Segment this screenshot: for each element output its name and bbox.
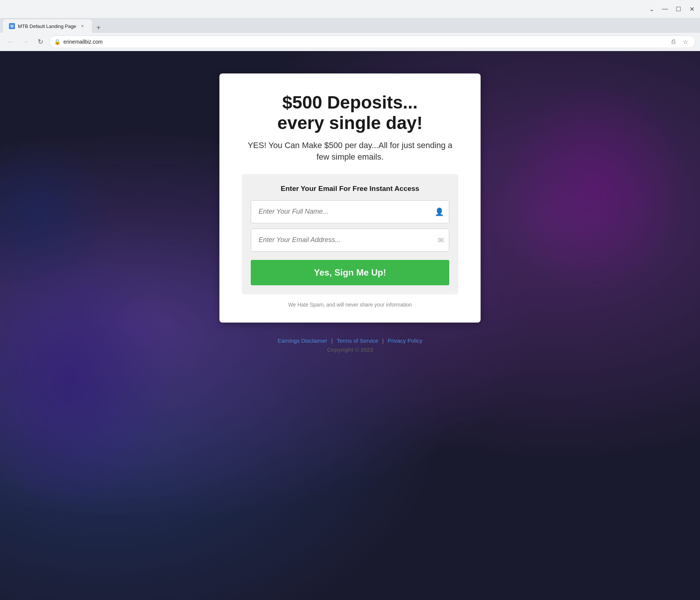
privacy-policy-link[interactable]: Privacy Policy bbox=[388, 337, 422, 344]
address-bar-actions: ⎙ ☆ bbox=[668, 37, 691, 47]
submit-button[interactable]: Yes, Sign Me Up! bbox=[251, 260, 449, 285]
person-icon: 👤 bbox=[435, 207, 444, 216]
browser-chrome: ⌄ — ☐ ✕ W MTB Default Landing Page × + ←… bbox=[0, 0, 700, 51]
main-headline: $500 Deposits... every single day! bbox=[242, 92, 458, 133]
landing-card: $500 Deposits... every single day! YES! … bbox=[219, 73, 481, 323]
title-bar-chevron-btn[interactable]: ⌄ bbox=[648, 5, 655, 13]
copyright: Copyright © 2023 bbox=[327, 346, 373, 353]
form-box: Enter Your Email For Free Instant Access… bbox=[242, 174, 458, 294]
lock-icon: 🔒 bbox=[54, 39, 60, 45]
tab-bar: W MTB Default Landing Page × + bbox=[0, 18, 700, 33]
tab-title: MTB Default Landing Page bbox=[18, 23, 76, 29]
reload-button[interactable]: ↻ bbox=[34, 36, 46, 48]
back-button[interactable]: ← bbox=[4, 36, 16, 48]
email-input[interactable] bbox=[251, 229, 449, 252]
footer-separator-2: | bbox=[382, 337, 384, 344]
active-tab[interactable]: W MTB Default Landing Page × bbox=[3, 19, 92, 33]
sub-headline: YES! You Can Make $500 per day...All for… bbox=[242, 140, 458, 163]
footer-separator-1: | bbox=[331, 337, 333, 344]
url-display: erinemailbiz.com bbox=[63, 39, 665, 45]
title-bar-controls: ⌄ — ☐ ✕ bbox=[648, 5, 696, 13]
maximize-button[interactable]: ☐ bbox=[675, 5, 682, 13]
share-icon[interactable]: ⎙ bbox=[668, 37, 679, 47]
name-input-wrapper: 👤 bbox=[251, 200, 449, 223]
email-input-wrapper: ✉ bbox=[251, 229, 449, 252]
minimize-button[interactable]: — bbox=[661, 5, 669, 13]
envelope-icon: ✉ bbox=[438, 236, 444, 245]
bookmark-icon[interactable]: ☆ bbox=[680, 37, 691, 47]
tab-close-button[interactable]: × bbox=[79, 23, 86, 29]
earnings-disclaimer-link[interactable]: Earnings Disclaimer bbox=[278, 337, 327, 344]
footer-links: Earnings Disclaimer | Terms of Service |… bbox=[278, 337, 422, 344]
tab-favicon: W bbox=[9, 23, 15, 29]
form-title: Enter Your Email For Free Instant Access bbox=[251, 185, 449, 193]
address-bar-row: ← → ↻ 🔒 erinemailbiz.com ⎙ ☆ bbox=[0, 33, 700, 51]
title-bar: ⌄ — ☐ ✕ bbox=[0, 0, 700, 18]
address-bar[interactable]: 🔒 erinemailbiz.com ⎙ ☆ bbox=[49, 35, 696, 48]
spam-note: We Hate Spam, and will never share your … bbox=[242, 302, 458, 308]
terms-of-service-link[interactable]: Terms of Service bbox=[337, 337, 378, 344]
forward-button[interactable]: → bbox=[19, 36, 31, 48]
close-button[interactable]: ✕ bbox=[688, 5, 696, 13]
name-input[interactable] bbox=[251, 200, 449, 223]
new-tab-button[interactable]: + bbox=[93, 22, 104, 33]
page-content: $500 Deposits... every single day! YES! … bbox=[0, 51, 700, 600]
